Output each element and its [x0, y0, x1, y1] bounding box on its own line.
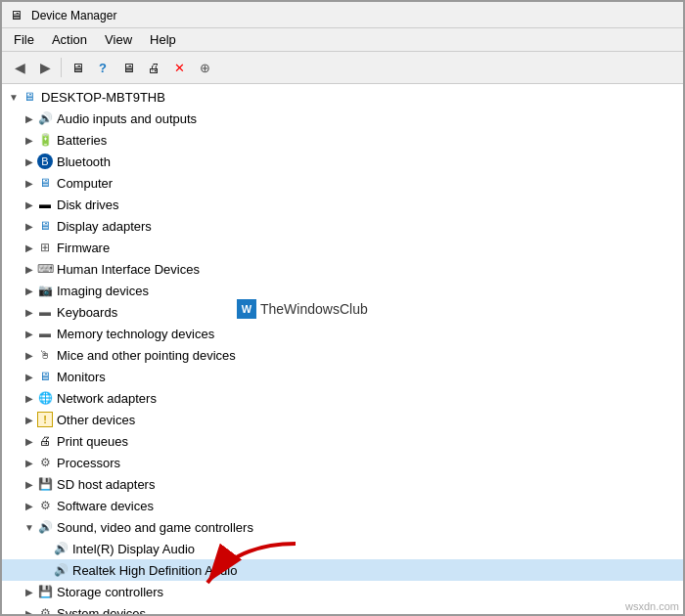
menu-action[interactable]: Action	[44, 30, 95, 49]
storage-icon: 💾	[37, 584, 53, 599]
monitors-icon: 🖥	[37, 369, 53, 384]
toolbar-add[interactable]: ⊕	[193, 56, 216, 79]
menu-help[interactable]: Help	[142, 30, 184, 49]
display-icon: 🖥	[37, 218, 53, 234]
mice-icon: 🖱	[37, 347, 53, 363]
expand-audio[interactable]: ▶	[22, 110, 37, 126]
storage-label: Storage controllers	[57, 585, 163, 599]
software-label: Software devices	[57, 499, 154, 513]
tree-item-computer[interactable]: ▶ 🖥 Computer	[2, 172, 683, 194]
tree-item-display[interactable]: ▶ 🖥 Display adapters	[2, 215, 683, 237]
expand-keyboards[interactable]: ▶	[22, 304, 37, 320]
toolbar-monitor[interactable]: 🖥	[116, 56, 140, 79]
tree-item-firmware[interactable]: ▶ ⊞ Firmware	[2, 237, 683, 258]
menu-file[interactable]: File	[6, 30, 42, 49]
expand-processors[interactable]: ▶	[22, 455, 37, 470]
tree-item-processors[interactable]: ▶ ⚙ Processors	[2, 452, 683, 473]
bluetooth-label: Bluetooth	[57, 154, 111, 169]
network-label: Network adapters	[57, 391, 157, 406]
network-icon: 🌐	[37, 390, 53, 406]
tree-item-mice[interactable]: ▶ 🖱 Mice and other pointing devices	[2, 344, 683, 366]
expand-memory[interactable]: ▶	[22, 326, 37, 341]
tree-area: ▼ 🖥 DESKTOP-MBT9THB ▶ 🔊 Audio inputs and…	[2, 84, 683, 614]
expand-software[interactable]: ▶	[22, 498, 37, 513]
tree-item-memory[interactable]: ▶ ▬ Memory technology devices	[2, 323, 683, 344]
expand-mice[interactable]: ▶	[22, 347, 37, 363]
tree-item-sd[interactable]: ▶ 💾 SD host adapters	[2, 473, 683, 495]
computer-icon: 🖥	[37, 175, 53, 191]
expand-batteries[interactable]: ▶	[22, 132, 37, 148]
expand-display[interactable]: ▶	[22, 218, 37, 234]
hid-icon: ⌨	[37, 261, 53, 277]
toolbar-print[interactable]: 🖨	[142, 56, 165, 79]
imaging-label: Imaging devices	[57, 284, 149, 298]
memory-icon: ▬	[37, 326, 53, 341]
toolbar-help[interactable]: ?	[91, 56, 114, 79]
toolbar-delete[interactable]: ✕	[167, 56, 191, 79]
expand-network[interactable]: ▶	[22, 390, 37, 406]
intel-label: Intel(R) Display Audio	[72, 542, 195, 556]
firmware-label: Firmware	[57, 241, 110, 255]
expand-monitors[interactable]: ▶	[22, 369, 37, 384]
root-icon: 🖥	[22, 89, 37, 105]
tree-item-print[interactable]: ▶ 🖨 Print queues	[2, 430, 683, 452]
tree-item-monitors[interactable]: ▶ 🖥 Monitors	[2, 366, 683, 387]
disk-icon: ▬	[37, 197, 53, 212]
tree-item-other[interactable]: ▶ ! Other devices	[2, 409, 683, 430]
keyboards-icon: ▬	[37, 304, 53, 320]
app-icon: 🖥	[10, 8, 25, 23]
toolbar-computer[interactable]: 🖥	[66, 56, 89, 79]
tree-item-network[interactable]: ▶ 🌐 Network adapters	[2, 387, 683, 409]
realtek-label: Realtek High Definition Audio	[72, 563, 237, 578]
tree-item-disk[interactable]: ▶ ▬ Disk drives	[2, 194, 683, 215]
disk-label: Disk drives	[57, 198, 119, 212]
toolbar-separator-1	[61, 58, 62, 77]
mice-label: Mice and other pointing devices	[57, 348, 236, 363]
sound-icon: 🔊	[37, 519, 53, 535]
monitors-label: Monitors	[57, 370, 106, 384]
software-icon: ⚙	[37, 498, 53, 513]
root-label: DESKTOP-MBT9THB	[41, 90, 165, 105]
tree-root[interactable]: ▼ 🖥 DESKTOP-MBT9THB	[2, 86, 683, 108]
tree-item-audio[interactable]: ▶ 🔊 Audio inputs and outputs	[2, 108, 683, 129]
audio-icon: 🔊	[37, 110, 53, 126]
menu-view[interactable]: View	[97, 30, 140, 49]
menu-bar: File Action View Help	[2, 28, 683, 52]
system-label: System devices	[57, 606, 146, 615]
expand-root[interactable]: ▼	[6, 89, 22, 105]
print-label: Print queues	[57, 434, 128, 449]
tree-item-sound[interactable]: ▼ 🔊 Sound, video and game controllers	[2, 516, 683, 538]
tree-item-batteries[interactable]: ▶ 🔋 Batteries	[2, 129, 683, 151]
expand-disk[interactable]: ▶	[22, 197, 37, 212]
tree-item-imaging[interactable]: ▶ 📷 Imaging devices	[2, 280, 683, 301]
sound-label: Sound, video and game controllers	[57, 520, 253, 535]
intel-icon: 🔊	[53, 541, 68, 556]
tree-item-bluetooth[interactable]: ▶ B Bluetooth	[2, 151, 683, 172]
expand-print[interactable]: ▶	[22, 433, 37, 449]
expand-sd[interactable]: ▶	[22, 476, 37, 492]
tree-item-keyboards[interactable]: ▶ ▬ Keyboards	[2, 301, 683, 323]
tree-item-software[interactable]: ▶ ⚙ Software devices	[2, 495, 683, 516]
expand-computer[interactable]: ▶	[22, 175, 37, 191]
tree-item-intel[interactable]: ▶ 🔊 Intel(R) Display Audio	[2, 538, 683, 559]
expand-hid[interactable]: ▶	[22, 261, 37, 277]
expand-sound[interactable]: ▼	[22, 519, 37, 535]
expand-system[interactable]: ▶	[22, 605, 37, 614]
audio-label: Audio inputs and outputs	[57, 111, 197, 126]
computer-label: Computer	[57, 176, 113, 191]
sd-icon: 💾	[37, 476, 53, 492]
expand-other[interactable]: ▶	[22, 412, 37, 427]
expand-imaging[interactable]: ▶	[22, 283, 37, 298]
toolbar-forward[interactable]: ▶	[33, 56, 57, 79]
expand-storage[interactable]: ▶	[22, 584, 37, 599]
toolbar-back[interactable]: ◀	[8, 56, 31, 79]
expand-firmware[interactable]: ▶	[22, 240, 37, 255]
tree-item-storage[interactable]: ▶ 💾 Storage controllers	[2, 581, 683, 602]
toolbar: ◀ ▶ 🖥 ? 🖥 🖨 ✕ ⊕	[2, 52, 683, 84]
expand-bluetooth[interactable]: ▶	[22, 154, 37, 169]
tree-item-realtek[interactable]: ▶ 🔊 Realtek High Definition Audio	[2, 559, 683, 581]
processors-icon: ⚙	[37, 455, 53, 470]
tree-item-system[interactable]: ▶ ⚙ System devices	[2, 602, 683, 614]
print-icon: 🖨	[37, 433, 53, 449]
tree-item-hid[interactable]: ▶ ⌨ Human Interface Devices	[2, 258, 683, 280]
